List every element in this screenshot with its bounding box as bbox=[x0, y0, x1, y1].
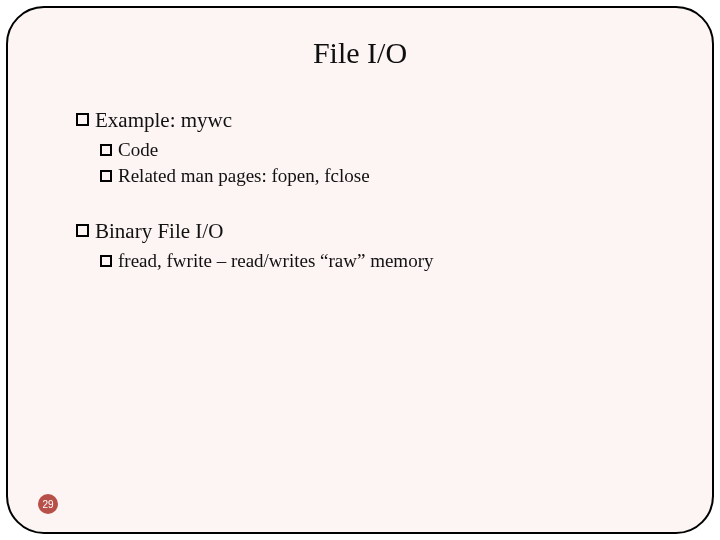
bullet-level2: Code bbox=[100, 139, 664, 161]
bullet-text: Example: mywc bbox=[95, 108, 232, 133]
spacer bbox=[76, 191, 664, 215]
bullet-text: Related man pages: fopen, fclose bbox=[118, 165, 370, 187]
bullet-text: Binary File I/O bbox=[95, 219, 223, 244]
square-bullet-icon bbox=[100, 255, 112, 267]
square-bullet-icon bbox=[100, 170, 112, 182]
page-number: 29 bbox=[42, 499, 53, 510]
square-bullet-icon bbox=[76, 113, 89, 126]
page-number-badge: 29 bbox=[38, 494, 58, 514]
slide-frame: File I/O Example: mywcCodeRelated man pa… bbox=[6, 6, 714, 534]
square-bullet-icon bbox=[76, 224, 89, 237]
bullet-text: Code bbox=[118, 139, 158, 161]
bullet-level2: fread, fwrite – read/writes “raw” memory bbox=[100, 250, 664, 272]
bullet-level2: Related man pages: fopen, fclose bbox=[100, 165, 664, 187]
bullet-level1: Example: mywc bbox=[76, 108, 664, 133]
slide-content: Example: mywcCodeRelated man pages: fope… bbox=[56, 108, 664, 272]
square-bullet-icon bbox=[100, 144, 112, 156]
bullet-level1: Binary File I/O bbox=[76, 219, 664, 244]
slide-title: File I/O bbox=[56, 36, 664, 70]
bullet-text: fread, fwrite – read/writes “raw” memory bbox=[118, 250, 433, 272]
